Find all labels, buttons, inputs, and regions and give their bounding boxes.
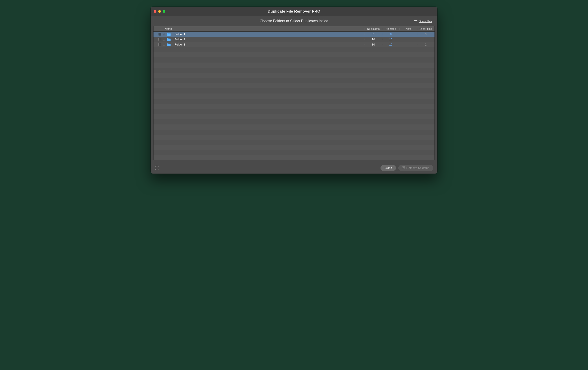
cell-duplicates: 8 xyxy=(365,33,382,36)
cell-duplicates: 10 xyxy=(365,38,382,41)
table-row[interactable]: Folder 3 10 10 2 xyxy=(154,42,434,47)
table-row xyxy=(154,88,434,94)
cell-other-files: 3 xyxy=(417,33,434,36)
cell-selected: 8 xyxy=(382,33,399,36)
subtitle: Choose Folders to Select Duplicates Insi… xyxy=(151,19,437,23)
table-row xyxy=(154,109,434,114)
row-checkbox[interactable] xyxy=(158,33,161,36)
table-row xyxy=(154,83,434,88)
table-row xyxy=(154,99,434,104)
trash-icon xyxy=(402,166,405,170)
row-checkbox[interactable] xyxy=(158,38,161,41)
table-row xyxy=(154,47,434,52)
table-row xyxy=(154,145,434,150)
show-files-label: Show files xyxy=(419,20,432,23)
table-row xyxy=(154,94,434,99)
table-row xyxy=(154,155,434,160)
cell-selected: 10 xyxy=(382,38,399,41)
window-title: Duplicate File Remover PRO xyxy=(151,9,437,14)
table-body: Folder 1 8 8 3 Folder 2 10 10 Folder 3 xyxy=(154,32,434,160)
table-row xyxy=(154,104,434,109)
table-row xyxy=(154,52,434,57)
table-row[interactable]: Folder 1 8 8 3 xyxy=(154,32,434,37)
remove-selected-button[interactable]: Remove Selected xyxy=(398,165,433,171)
column-header-name[interactable]: Name xyxy=(154,27,365,31)
folder-icon xyxy=(167,43,171,46)
show-files-link[interactable]: Show files xyxy=(414,19,432,23)
table-row xyxy=(154,140,434,145)
table-row xyxy=(154,63,434,68)
table-row xyxy=(154,73,434,78)
window-minimize-button[interactable] xyxy=(158,10,161,13)
cell-selected: 10 xyxy=(382,43,399,46)
table-row xyxy=(154,150,434,155)
table-row xyxy=(154,119,434,124)
row-checkbox[interactable] xyxy=(158,43,161,46)
folder-name: Folder 3 xyxy=(174,43,365,46)
table-header: Name Duplicates Selected Kept Other file… xyxy=(154,26,434,32)
subheader: Choose Folders to Select Duplicates Insi… xyxy=(151,16,437,26)
cell-duplicates: 10 xyxy=(365,43,382,46)
folder-icon xyxy=(167,38,171,41)
table-row xyxy=(154,68,434,73)
remove-button-label: Remove Selected xyxy=(406,166,429,170)
table-row xyxy=(154,135,434,140)
table-row xyxy=(154,57,434,63)
folder-open-icon xyxy=(414,19,418,23)
info-button[interactable]: i xyxy=(155,166,159,170)
window-maximize-button[interactable] xyxy=(163,10,165,13)
column-header-duplicates[interactable]: Duplicates xyxy=(365,27,382,31)
folder-table: Name Duplicates Selected Kept Other file… xyxy=(153,26,435,160)
column-header-selected[interactable]: Selected xyxy=(382,27,399,31)
window-close-button[interactable] xyxy=(154,10,157,13)
cell-other-files: 2 xyxy=(417,43,434,46)
titlebar: Duplicate File Remover PRO xyxy=(151,7,437,16)
close-button-label: Close xyxy=(385,166,392,170)
folder-icon xyxy=(167,33,171,36)
column-header-other-files[interactable]: Other files xyxy=(417,27,434,31)
traffic-lights xyxy=(151,10,165,13)
footer: i Close Remove Selected xyxy=(151,162,437,174)
app-window: Duplicate File Remover PRO Choose Folder… xyxy=(151,7,437,174)
star-icon[interactable] xyxy=(162,38,166,41)
table-row[interactable]: Folder 2 10 10 xyxy=(154,37,434,42)
folder-name: Folder 1 xyxy=(174,33,365,36)
close-button[interactable]: Close xyxy=(380,165,396,171)
star-icon[interactable] xyxy=(162,43,166,46)
table-row xyxy=(154,78,434,83)
column-header-kept[interactable]: Kept xyxy=(399,27,417,31)
table-row xyxy=(154,124,434,130)
table-row xyxy=(154,130,434,135)
table-row xyxy=(154,114,434,119)
star-icon[interactable] xyxy=(162,33,166,36)
folder-name: Folder 2 xyxy=(174,38,365,41)
